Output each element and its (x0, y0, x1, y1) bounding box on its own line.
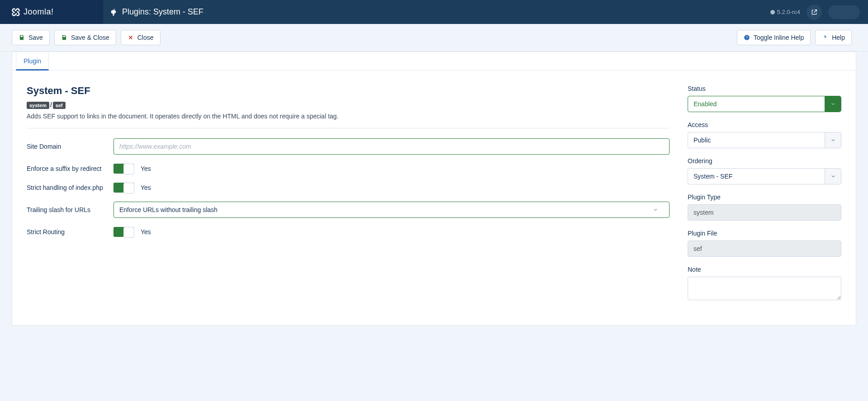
select-status-value: Enabled (693, 100, 717, 108)
chevron-down-icon (647, 207, 664, 212)
label-ordering: Ordering (688, 157, 841, 165)
label-status: Status (688, 85, 841, 92)
brand[interactable]: Joomla! (0, 0, 103, 24)
field-status: Status Enabled (688, 85, 841, 112)
page-title-text: Plugins: System - SEF (122, 7, 203, 17)
save-label: Save (28, 34, 43, 41)
field-site-domain: Site Domain (27, 138, 670, 155)
save-icon (19, 34, 25, 41)
field-access: Access Public (688, 121, 841, 148)
label-trailing-slash: Trailing slash for URLs (27, 206, 113, 213)
divider (27, 128, 670, 128)
label-note: Note (688, 266, 841, 273)
close-icon (127, 34, 134, 41)
label-enforce-suffix: Enforce a suffix by redirect (27, 165, 113, 172)
panel: System - SEF system/sef Adds SEF support… (12, 71, 856, 325)
field-strict-routing: Strict Routing Yes (27, 227, 670, 237)
toggle-strict-index[interactable] (113, 183, 134, 193)
plugin-name-heading: System - SEF (27, 85, 670, 97)
input-site-domain[interactable] (113, 138, 670, 155)
select-trailing-slash[interactable]: Enforce URLs without trailing slash (113, 202, 670, 218)
badge-separator: / (49, 101, 53, 109)
external-link-button[interactable] (807, 5, 822, 20)
save-close-button[interactable]: Save & Close (54, 30, 116, 45)
select-ordering-value: System - SEF (693, 173, 732, 180)
plug-icon (109, 8, 118, 16)
save-button[interactable]: Save (12, 30, 50, 45)
select-access-value: Public (693, 137, 711, 144)
help-button[interactable]: Help (815, 30, 852, 45)
field-plugin-type: Plugin Type system (688, 193, 841, 221)
field-strict-index: Strict handling of index.php Yes (27, 183, 670, 193)
select-status[interactable]: Enabled (688, 96, 841, 112)
toolbar: Save Save & Close Close ? Toggle Inline … (0, 24, 868, 52)
chevron-down-icon (825, 96, 841, 112)
page-title: Plugins: System - SEF (103, 7, 210, 17)
joomla-icon (11, 7, 21, 17)
question-icon (822, 34, 828, 41)
label-strict-index: Strict handling of index.php (27, 184, 113, 191)
badge-element: sef (53, 102, 66, 109)
field-note: Note (688, 266, 841, 302)
question-circle-icon: ? (744, 34, 750, 41)
toggle-help-label: Toggle Inline Help (754, 34, 804, 41)
label-plugin-type: Plugin Type (688, 193, 841, 201)
close-label: Close (137, 34, 154, 41)
tabs: Plugin (12, 52, 856, 71)
tab-plugin[interactable]: Plugin (16, 52, 49, 71)
brand-text: Joomla! (24, 7, 54, 17)
chevron-down-icon (825, 169, 841, 184)
toggle-strict-routing-text: Yes (141, 228, 151, 236)
toggle-inline-help-button[interactable]: ? Toggle Inline Help (737, 30, 811, 45)
field-enforce-suffix: Enforce a suffix by redirect Yes (27, 164, 670, 174)
toggle-strict-routing[interactable] (113, 227, 134, 237)
label-site-domain: Site Domain (27, 143, 113, 150)
external-link-icon (811, 9, 818, 16)
side-column: Status Enabled Access Public (688, 85, 841, 311)
field-ordering: Ordering System - SEF (688, 157, 841, 184)
readonly-plugin-file: sef (688, 241, 841, 257)
header-right: 5.2.0-rc4 (770, 5, 868, 20)
svg-text:?: ? (746, 36, 748, 40)
chevron-down-icon (825, 132, 841, 148)
select-access[interactable]: Public (688, 132, 841, 148)
label-access: Access (688, 121, 841, 128)
save-close-label: Save & Close (71, 34, 109, 41)
user-menu[interactable] (828, 5, 860, 19)
plugin-badges: system/sef (27, 101, 670, 109)
select-ordering[interactable]: System - SEF (688, 168, 841, 184)
badge-folder: system (27, 102, 49, 109)
toggle-enforce-suffix-text: Yes (141, 165, 151, 172)
admin-header: Joomla! Plugins: System - SEF 5.2.0-rc4 (0, 0, 868, 24)
toggle-strict-index-text: Yes (141, 184, 151, 191)
version-text: 5.2.0-rc4 (777, 9, 800, 15)
label-plugin-file: Plugin File (688, 230, 841, 237)
help-label: Help (832, 34, 845, 41)
content: Plugin System - SEF system/sef Adds SEF … (12, 52, 856, 326)
svg-point-0 (770, 10, 775, 14)
plugin-description: Adds SEF support to links in the documen… (27, 113, 670, 120)
select-trailing-slash-value: Enforce URLs without trailing slash (119, 206, 217, 213)
main-column: System - SEF system/sef Adds SEF support… (27, 85, 670, 311)
field-plugin-file: Plugin File sef (688, 230, 841, 257)
joomla-small-icon (770, 9, 775, 15)
close-button[interactable]: Close (121, 30, 160, 45)
readonly-plugin-type: system (688, 204, 841, 221)
version[interactable]: 5.2.0-rc4 (770, 9, 800, 15)
label-strict-routing: Strict Routing (27, 228, 113, 236)
save-icon (61, 34, 67, 41)
field-trailing-slash: Trailing slash for URLs Enforce URLs wit… (27, 202, 670, 218)
textarea-note[interactable] (688, 277, 841, 300)
toggle-enforce-suffix[interactable] (113, 164, 134, 174)
